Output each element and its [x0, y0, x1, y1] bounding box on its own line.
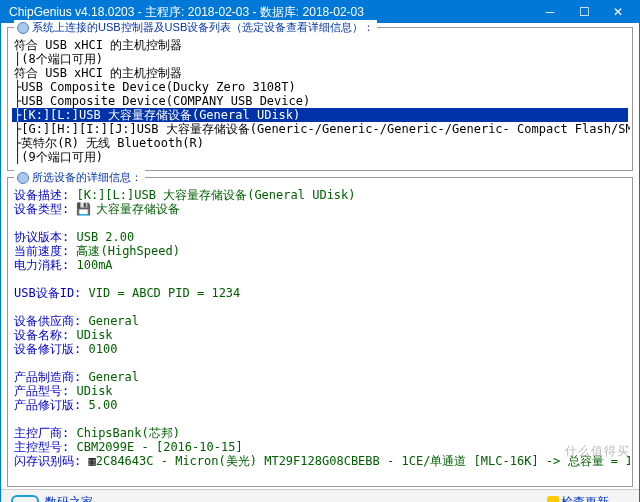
ctrlmfr-label: 主控厂商: [14, 426, 69, 440]
device-list-row[interactable]: ├USB Composite Device(COMPANY USB Device… [12, 94, 628, 108]
device-list-row[interactable]: │(8个端口可用) [12, 52, 628, 66]
flashid-label: 闪存识别码: [14, 454, 81, 468]
prodmfr-label: 产品制造商: [14, 370, 81, 384]
desc-value: [K:][L:]USB 大容量存储设备(General UDisk) [76, 188, 355, 202]
device-list-row[interactable]: ├英特尔(R) 无线 Bluetooth(R) [12, 136, 628, 150]
vendor-label: 设备供应商: [14, 314, 81, 328]
app-window: ChipGenius v4.18.0203 - 主程序: 2018-02-03 … [0, 0, 640, 502]
ctrlmodel-label: 主控型号: [14, 440, 69, 454]
proto-label: 协议版本: [14, 230, 69, 244]
details-text[interactable]: 设备描述: [K:][L:]USB 大容量存储设备(General UDisk)… [10, 182, 630, 482]
info-icon [17, 172, 29, 184]
device-list-row[interactable]: 符合 USB xHCI 的主机控制器 [12, 66, 628, 80]
type-label: 设备类型: [14, 202, 69, 216]
device-list-row[interactable]: ├[G:][H:][I:][J:]USB 大容量存储设备(Generic-/Ge… [12, 122, 628, 136]
devrev-label: 设备修订版: [14, 342, 81, 356]
usbid-label: USB设备ID: [14, 286, 81, 300]
device-list-row[interactable]: ├[K:][L:]USB 大容量存储设备(General UDisk) [12, 108, 628, 122]
prodrev-label: 产品修订版: [14, 398, 81, 412]
app-name: ChipGenius v4.18.0203 [9, 5, 134, 19]
type-value: 大容量存储设备 [96, 202, 180, 216]
footer: ⌂ 数码之家 mYdigit.cn 检查更新 作者邮箱 [1, 489, 639, 502]
desc-label: 设备描述: [14, 188, 69, 202]
prodmodel-label: 产品型号: [14, 384, 69, 398]
device-list-panel: 系统上连接的USB控制器及USB设备列表（选定设备查看详细信息）： 符合 USB… [7, 27, 633, 171]
chip-icon: ▦ [88, 454, 95, 466]
check-update-link[interactable]: 检查更新 [547, 495, 609, 503]
device-list-title: 系统上连接的USB控制器及USB设备列表（选定设备查看详细信息）： [14, 20, 377, 35]
site-block[interactable]: 数码之家 mYdigit.cn [45, 494, 93, 502]
window-title: ChipGenius v4.18.0203 - 主程序: 2018-02-03 … [5, 4, 533, 21]
speed-label: 当前速度: [14, 244, 69, 258]
site-logo-icon[interactable]: ⌂ [11, 495, 39, 503]
details-title: 所选设备的详细信息： [14, 170, 145, 185]
device-list-row[interactable]: │(9个端口可用) [12, 150, 628, 164]
maximize-button[interactable]: ☐ [567, 1, 601, 23]
device-list-row[interactable]: 符合 USB xHCI 的主机控制器 [12, 38, 628, 52]
device-list-row[interactable]: ├USB Composite Device(Ducky Zero 3108T) [12, 80, 628, 94]
device-list[interactable]: 符合 USB xHCI 的主机控制器 │(8个端口可用)符合 USB xHCI … [10, 32, 630, 166]
drive-icon: 💾 [76, 202, 88, 214]
refresh-icon[interactable] [17, 22, 29, 34]
update-icon [547, 496, 559, 502]
window-controls: ─ ☐ ✕ [533, 1, 635, 23]
site-link[interactable]: 数码之家 [45, 495, 93, 502]
footer-links: 检查更新 作者邮箱 [547, 495, 609, 503]
close-button[interactable]: ✕ [601, 1, 635, 23]
devname-label: 设备名称: [14, 328, 69, 342]
power-label: 电力消耗: [14, 258, 69, 272]
minimize-button[interactable]: ─ [533, 1, 567, 23]
details-panel: 所选设备的详细信息： 设备描述: [K:][L:]USB 大容量存储设备(Gen… [7, 177, 633, 487]
